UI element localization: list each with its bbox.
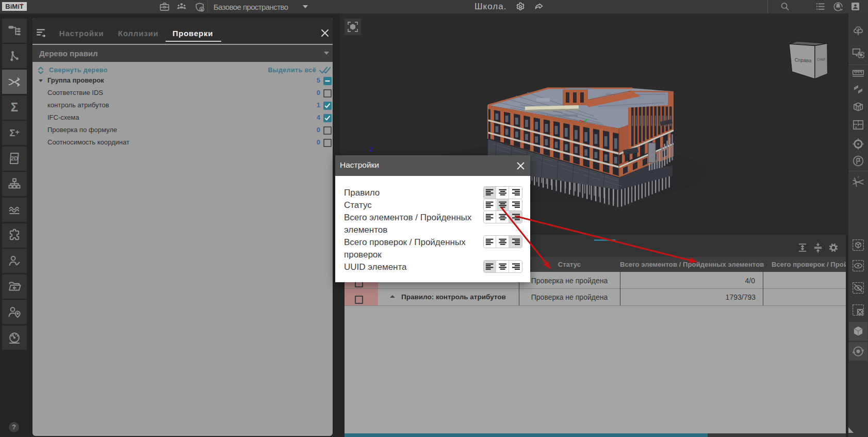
svg-text:2: 2: [857, 175, 859, 179]
svg-text:Справа: Справа: [794, 57, 812, 63]
svg-text:2D: 2D: [11, 155, 18, 161]
